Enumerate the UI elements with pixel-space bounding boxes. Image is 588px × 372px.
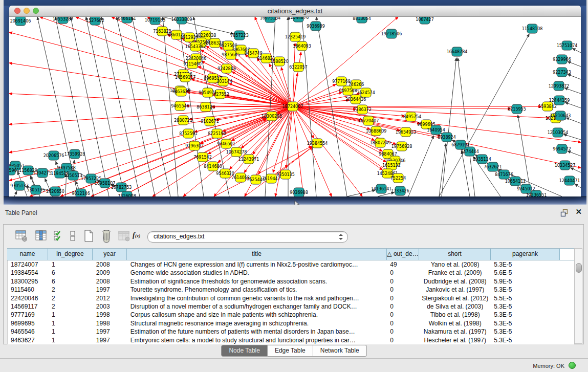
unselect-all-columns-icon[interactable] <box>66 229 79 243</box>
table-row[interactable]: 1872400712008Changes of HCN gene express… <box>8 260 574 269</box>
cell-year: 1997 <box>93 327 127 336</box>
cell-title: Estimation of the future numbers of pati… <box>127 327 387 336</box>
cell-out_de…: 0 <box>387 286 419 294</box>
cell-year: 2009 <box>93 269 127 277</box>
node-label: 8938924 <box>438 135 456 140</box>
node-label: 9329966 <box>553 57 571 62</box>
cell-name: 9699695 <box>8 319 49 327</box>
table-vertical-scrollbar[interactable] <box>574 248 582 344</box>
node-label: 19384554 <box>307 141 328 146</box>
cell-title: Investigating the contribution of common… <box>127 294 387 302</box>
network-view-canvas[interactable]: 7163822886012889129342822603898275091654… <box>9 17 581 196</box>
cell-year: 1997 <box>93 286 127 294</box>
float-panel-icon[interactable] <box>560 209 569 217</box>
node-label: 9115460 <box>183 62 202 67</box>
cell-name: 14569117 <box>8 302 49 311</box>
node-label: 16648784 <box>447 50 468 54</box>
citation-edge-black <box>575 184 581 188</box>
table-row[interactable]: 977716911998Corpus callosum shape and si… <box>8 311 574 319</box>
cell-out_de…: 0 <box>387 319 419 327</box>
table-settings-icon[interactable] <box>15 229 28 243</box>
table-row[interactable]: 1456911722003Disruption of a novel membe… <box>8 302 574 311</box>
table-row[interactable]: 969969511998Structural magnetic resonanc… <box>8 319 574 327</box>
node-label: 9036988 <box>290 190 308 195</box>
table-select-dropdown[interactable]: citations_edges.txt <box>147 231 348 243</box>
cell-pagerank: 5.3E-5 <box>491 311 560 319</box>
citation-edge-red <box>298 106 511 109</box>
node-label: 8725190 <box>208 132 226 136</box>
column-header-filler <box>560 249 574 260</box>
node-table-body: 1872400712008Changes of HCN gene express… <box>7 260 574 344</box>
column-header-title[interactable]: title <box>127 249 387 260</box>
show-columns-icon[interactable] <box>34 229 48 243</box>
node-table: namein_degreeyeartitle△ out_de…shortpage… <box>7 248 574 344</box>
cell-year: 2003 <box>93 302 127 311</box>
citation-edge-black <box>101 17 140 196</box>
tab-edge-table[interactable]: Edge Table <box>268 345 313 357</box>
node-label: 746266 <box>349 82 364 87</box>
app-screen: citations_edges.txt 71638228860128891293… <box>0 0 588 372</box>
column-header-name[interactable]: name <box>7 249 48 260</box>
column-header-in_degree[interactable]: in_degree <box>48 249 93 260</box>
cell-title: Disruption of a novel member of a sodium… <box>127 302 387 311</box>
scrollbar-thumb[interactable] <box>576 263 582 273</box>
node-label: 28226038 <box>195 33 216 38</box>
citation-edge-black <box>442 58 456 196</box>
column-header-pagerank[interactable]: pagerank <box>491 249 560 260</box>
cell-short: Dudbridge et al. (2008) <box>419 277 491 286</box>
cell-name: 19384554 <box>8 269 49 277</box>
cell-short: Wolkin et al. (1998) <box>419 319 491 327</box>
node-label: 9227343 <box>553 70 571 75</box>
cell-out_de…: 0 <box>387 269 419 277</box>
delete-table-icon[interactable] <box>100 229 113 243</box>
node-label: 9346501 <box>217 142 235 146</box>
node-label: 9465546 <box>171 104 189 108</box>
node-label: 12325419 <box>285 35 306 39</box>
node-label: 11243971 <box>238 157 259 162</box>
table-row[interactable]: 1830029562008Estimation of significance … <box>8 277 574 286</box>
tab-node-table[interactable]: Node Table <box>221 345 268 357</box>
column-header-short[interactable]: short <box>419 249 491 260</box>
node-label: 7857223 <box>230 33 249 38</box>
node-label: 9242848 <box>217 67 236 71</box>
node-label: 8471676 <box>495 172 513 177</box>
citation-network-graph[interactable]: 7163822886012889129342822603898275091654… <box>9 17 581 196</box>
close-panel-icon[interactable]: ✕ <box>575 208 582 216</box>
table-row[interactable]: 911546021997Tourette syndrome. Phenomeno… <box>8 286 574 294</box>
cell-out_de…: 0 <box>387 277 419 286</box>
citation-edge-black <box>117 17 155 196</box>
function-builder-icon[interactable]: f(x) <box>133 231 146 245</box>
table-panel-body: f(x) citations_edges.txt namein_degreeye… <box>3 224 584 344</box>
column-header-year[interactable]: year <box>93 249 127 260</box>
node-label: 1733426 <box>391 189 409 193</box>
cell-pagerank: 5.3E-5 <box>491 319 560 327</box>
node-label: 2935114 <box>473 157 491 162</box>
tab-network-table[interactable]: Network Table <box>313 345 367 357</box>
new-table-icon[interactable] <box>82 229 95 243</box>
table-row[interactable]: 946362711997Embryonic stem cells: a mode… <box>8 336 574 344</box>
table-row[interactable]: 946554611997Estimation of the future num… <box>8 327 574 336</box>
node-label: 10688609 <box>366 129 387 134</box>
node-label: 9875685 <box>222 53 240 57</box>
citation-edge-red <box>293 112 303 196</box>
column-header-out_de…[interactable]: △ out_de… <box>387 249 419 260</box>
cell-filler <box>560 269 574 277</box>
citation-edge-black <box>568 61 581 67</box>
memory-ok-indicator[interactable] <box>569 362 576 369</box>
cell-year: 2012 <box>93 294 127 302</box>
cell-year: 1997 <box>93 336 127 344</box>
node-label: 9036989 <box>307 24 325 29</box>
select-all-columns-icon[interactable] <box>52 229 66 243</box>
network-window-titlebar[interactable]: citations_edges.txt <box>9 6 581 17</box>
table-row[interactable]: 1938455462009Genome-wide association stu… <box>8 269 574 277</box>
cell-pagerank: 5.3E-5 <box>491 260 560 269</box>
node-label: 10553287 <box>53 17 74 21</box>
import-table-icon[interactable] <box>117 229 130 243</box>
table-row[interactable]: 2242004622012Investigating the contribut… <box>8 294 574 302</box>
node-label: 2880721 <box>174 118 192 123</box>
desktop-top-strip <box>4 0 586 6</box>
cell-pagerank: 5.6E-5 <box>491 269 560 277</box>
node-label: 15751074 <box>557 43 578 48</box>
node-label: 9694572 <box>553 147 571 151</box>
citation-edge-black <box>568 151 581 156</box>
